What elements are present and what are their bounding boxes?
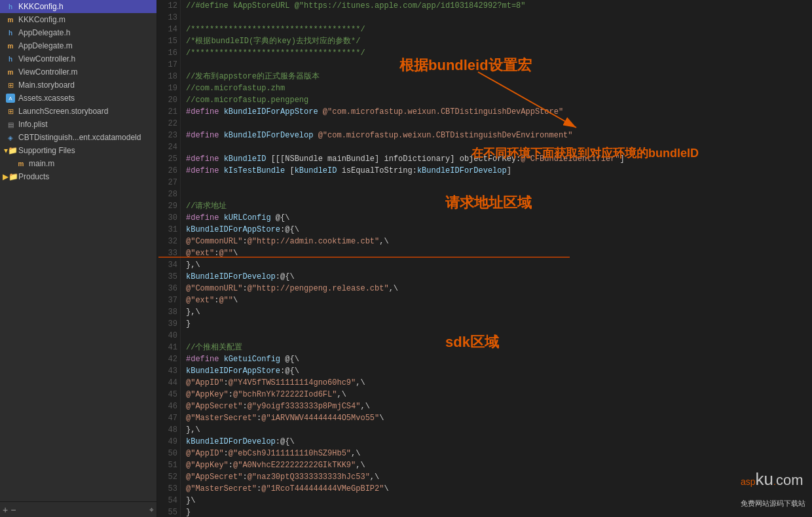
sidebar-item-info-plist[interactable]: ▤ Info.plist [0, 118, 157, 131]
plist-icon: ▤ [5, 119, 16, 130]
code-line-34: },\ [186, 259, 807, 271]
sidebar-label-xcdatamodel: CBTDistinguish...ent.xcdatamodeld [18, 133, 141, 142]
watermark-asp: asp [741, 476, 756, 487]
watermark-tagline: 免费网站源码下载站 [741, 499, 805, 507]
sidebar-label-viewcontroller-h: ViewController.h [18, 54, 75, 63]
storyboard-icon-0: ⊞ [5, 80, 16, 90]
code-line-54: }\ [186, 495, 807, 507]
code-line-39: } [186, 318, 807, 330]
xcdatamodel-icon: ◈ [5, 132, 16, 143]
code-line-30: #define kURLConfig @{\ [186, 212, 807, 224]
sidebar-label-kkkconfig-m: KKKConfig.m [18, 15, 65, 24]
code-line-35: kBundleIDForDevelop:@{\ [186, 271, 807, 283]
code-editor[interactable]: 1213141516171819202122232425262728293031… [157, 0, 812, 517]
sidebar-label-launchscreen: LaunchScreen.storyboard [18, 107, 108, 116]
code-line-28 [186, 188, 807, 200]
code-line-15: /*根据bundleID(字典的key)去找对应的参数*/ [186, 35, 807, 47]
code-line-49: kBundleIDForDevelop:@{\ [186, 436, 807, 448]
code-line-19: //com.microfastup.zhm [186, 82, 807, 94]
m-file-icon-3: m [16, 158, 26, 169]
sidebar-label-products: Products [18, 172, 49, 181]
code-line-43: kBundleIDForAppStore:@{\ [186, 365, 807, 377]
sidebar-label-main-m: main.m [29, 159, 54, 168]
code-line-51: @"AppKey":@"A0NvhcE222222222GIkTKK9",\ [186, 459, 807, 471]
code-line-44: @"AppID":@"Y4V5fTWS11111114gno60hc9",\ [186, 377, 807, 389]
add-button[interactable]: + [3, 505, 8, 515]
sidebar-label-supporting-files: Supporting Files [18, 146, 75, 155]
code-line-18: //发布到appstore的正式服务器版本 [186, 71, 807, 82]
code-line-55: } [186, 507, 807, 517]
m-file-icon-0: m [5, 14, 16, 25]
code-line-14: /************************************/ [186, 24, 807, 35]
code-line-23: #define kBundleIDForDevelop @"com.microf… [186, 130, 807, 141]
code-line-45: @"AppKey":@"bchRnYk722222Iod6FL",\ [186, 389, 807, 401]
code-line-53: @"MasterSecret":@"1RcoT444444444VMeGpBIP… [186, 483, 807, 495]
line-numbers: 1213141516171819202122232425262728293031… [157, 0, 181, 517]
sidebar-item-appdelegate-h[interactable]: h AppDelegate.h [0, 26, 157, 39]
code-line-33: @"ext":@""\ [186, 247, 807, 259]
code-content[interactable]: //#define kAppStoreURL @"https://itunes.… [181, 0, 812, 517]
code-line-40 [186, 330, 807, 342]
code-line-20: //com.microfastup.pengpeng [186, 94, 807, 106]
remove-button[interactable]: − [10, 505, 16, 515]
code-line-17 [186, 59, 807, 71]
sidebar-item-viewcontroller-m[interactable]: m ViewController.m [0, 65, 157, 79]
storyboard-icon-1: ⊞ [5, 106, 16, 116]
sidebar-item-supporting-files[interactable]: ▾📁 Supporting Files [0, 144, 157, 157]
code-line-41: //个推相关配置 [186, 342, 807, 353]
sidebar-label-info-plist: Info.plist [18, 120, 48, 129]
code-line-26: #define kIsTestBundle [kBundleID isEqual… [186, 165, 807, 177]
code-line-21: #define kBundleIDForAppStore @"com.micro… [186, 106, 807, 118]
sidebar-item-kkkconfig-m[interactable]: m KKKConfig.m [0, 13, 157, 26]
code-line-12: //#define kAppStoreURL @"https://itunes.… [186, 0, 807, 12]
sidebar-item-appdelegate-m[interactable]: m AppDelegate.m [0, 39, 157, 52]
folder-open-icon: ▾📁 [5, 145, 16, 156]
sidebar-item-xcdatamodel[interactable]: ◈ CBTDistinguish...ent.xcdatamodeld [0, 131, 157, 144]
h-file-icon-1: h [5, 27, 16, 38]
sidebar-bottom-bar: + − ⌖ [0, 501, 157, 517]
code-line-52: @"AppSecret":@"naz30ptQ3333333333hJc53",… [186, 471, 807, 483]
xcassets-icon: A [5, 93, 16, 103]
code-line-47: @"MasterSecret":@"iARVNWV44444444O5Mvo55… [186, 412, 807, 424]
code-line-50: @"AppID":@"ebCsh9J111111110hSZ9Hb5",\ [186, 448, 807, 459]
sidebar-label-viewcontroller-m: ViewController.m [18, 67, 77, 77]
sidebar-item-main-m[interactable]: m main.m [0, 157, 157, 170]
code-line-36: @"CommonURL":@"http://pengpeng.release.c… [186, 283, 807, 294]
code-line-38: },\ [186, 306, 807, 318]
m-file-icon-2: m [5, 67, 16, 77]
watermark-ku: ku [756, 469, 773, 489]
sidebar-item-kkkconfig-h[interactable]: h KKKConfig.h [0, 0, 157, 13]
sidebar-label-appdelegate-m: AppDelegate.m [18, 41, 73, 50]
sidebar-item-assets[interactable]: A Assets.xcassets [0, 92, 157, 105]
sidebar-label-appdelegate-h: AppDelegate.h [18, 28, 70, 37]
code-line-27 [186, 177, 807, 188]
code-line-42: #define kGetuiConfig @{\ [186, 353, 807, 365]
filter-button[interactable]: ⌖ [149, 505, 154, 514]
code-line-22 [186, 118, 807, 130]
sidebar-item-products[interactable]: ▶📁 Products [0, 170, 157, 183]
folder-icon: ▶📁 [5, 171, 16, 182]
sidebar-label-kkkconfig-h: KKKConfig.h [18, 2, 64, 11]
h-file-icon-2: h [5, 54, 16, 64]
sidebar-label-main-storyboard: Main.storyboard [18, 80, 75, 90]
code-line-24 [186, 141, 807, 153]
watermark-com: com [776, 472, 803, 488]
sidebar-item-launchscreen[interactable]: ⊞ LaunchScreen.storyboard [0, 105, 157, 118]
code-line-46: @"AppSecret":@"y9oigf3333333p8PmjCS4",\ [186, 401, 807, 412]
sidebar-label-assets: Assets.xcassets [18, 94, 75, 103]
code-line-48: },\ [186, 424, 807, 436]
code-line-25: #define kBundleID [[[NSBundle mainBundle… [186, 153, 807, 165]
h-file-icon: h [5, 1, 16, 12]
sidebar: h KKKConfig.h m KKKConfig.m h AppDelegat… [0, 0, 157, 517]
code-line-13 [186, 12, 807, 24]
code-line-29: //请求地址 [186, 200, 807, 212]
m-file-icon-1: m [5, 41, 16, 51]
sidebar-item-viewcontroller-h[interactable]: h ViewController.h [0, 52, 157, 65]
watermark: aspku.com 免费网站源码下载站 [741, 469, 805, 510]
sidebar-item-main-storyboard[interactable]: ⊞ Main.storyboard [0, 79, 157, 92]
code-line-32: @"CommonURL":@"http://admin.cooktime.cbt… [186, 236, 807, 247]
code-line-16: /************************************/ [186, 47, 807, 59]
code-line-37: @"ext":@""\ [186, 294, 807, 306]
code-line-31: kBundleIDForAppStore:@{\ [186, 224, 807, 236]
